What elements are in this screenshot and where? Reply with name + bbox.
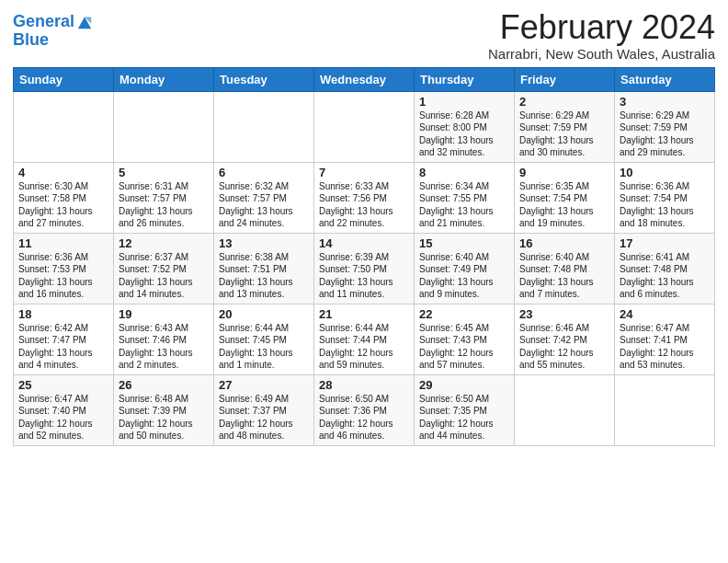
day-number: 12 bbox=[119, 236, 209, 250]
day-info: Sunrise: 6:40 AM Sunset: 7:48 PM Dayligh… bbox=[519, 251, 609, 301]
day-info: Sunrise: 6:38 AM Sunset: 7:51 PM Dayligh… bbox=[219, 251, 309, 301]
calendar-day-header: Sunday bbox=[14, 67, 114, 91]
calendar-cell bbox=[14, 91, 114, 162]
day-number: 28 bbox=[319, 378, 409, 392]
day-number: 25 bbox=[18, 378, 108, 392]
day-number: 7 bbox=[319, 166, 409, 179]
day-info: Sunrise: 6:50 AM Sunset: 7:35 PM Dayligh… bbox=[419, 393, 509, 442]
calendar-cell: 6Sunrise: 6:32 AM Sunset: 7:57 PM Daylig… bbox=[214, 162, 314, 233]
calendar-cell: 25Sunrise: 6:47 AM Sunset: 7:40 PM Dayli… bbox=[14, 374, 114, 445]
calendar-cell: 18Sunrise: 6:42 AM Sunset: 7:47 PM Dayli… bbox=[14, 304, 114, 374]
day-info: Sunrise: 6:35 AM Sunset: 7:54 PM Dayligh… bbox=[519, 180, 609, 230]
day-number: 19 bbox=[119, 307, 209, 321]
calendar-cell: 4Sunrise: 6:30 AM Sunset: 7:58 PM Daylig… bbox=[14, 162, 114, 233]
calendar-cell: 16Sunrise: 6:40 AM Sunset: 7:48 PM Dayli… bbox=[515, 233, 615, 304]
logo-text-blue: Blue bbox=[13, 31, 93, 50]
calendar-week-row: 11Sunrise: 6:36 AM Sunset: 7:53 PM Dayli… bbox=[14, 233, 715, 304]
calendar-cell bbox=[214, 91, 314, 162]
day-number: 16 bbox=[519, 236, 609, 250]
calendar-cell: 8Sunrise: 6:34 AM Sunset: 7:55 PM Daylig… bbox=[415, 162, 515, 233]
day-info: Sunrise: 6:31 AM Sunset: 7:57 PM Dayligh… bbox=[119, 180, 209, 230]
day-info: Sunrise: 6:46 AM Sunset: 7:42 PM Dayligh… bbox=[519, 322, 609, 372]
day-info: Sunrise: 6:41 AM Sunset: 7:48 PM Dayligh… bbox=[620, 251, 710, 301]
calendar-cell: 23Sunrise: 6:46 AM Sunset: 7:42 PM Dayli… bbox=[515, 304, 615, 374]
day-info: Sunrise: 6:29 AM Sunset: 7:59 PM Dayligh… bbox=[519, 109, 609, 159]
calendar-table: SundayMondayTuesdayWednesdayThursdayFrid… bbox=[13, 67, 715, 446]
day-number: 15 bbox=[419, 236, 509, 250]
calendar-day-header: Tuesday bbox=[214, 67, 314, 91]
calendar-cell bbox=[515, 374, 615, 445]
logo-text-general: General bbox=[13, 13, 74, 31]
day-info: Sunrise: 6:48 AM Sunset: 7:39 PM Dayligh… bbox=[119, 393, 209, 442]
day-info: Sunrise: 6:44 AM Sunset: 7:44 PM Dayligh… bbox=[319, 322, 409, 372]
day-info: Sunrise: 6:28 AM Sunset: 8:00 PM Dayligh… bbox=[419, 109, 509, 159]
day-number: 14 bbox=[319, 236, 409, 250]
calendar-cell bbox=[615, 374, 715, 445]
calendar-cell: 29Sunrise: 6:50 AM Sunset: 7:35 PM Dayli… bbox=[415, 374, 515, 445]
calendar-day-header: Wednesday bbox=[314, 67, 415, 91]
day-info: Sunrise: 6:49 AM Sunset: 7:37 PM Dayligh… bbox=[219, 393, 309, 442]
calendar-cell: 14Sunrise: 6:39 AM Sunset: 7:50 PM Dayli… bbox=[314, 233, 415, 304]
calendar-header-row: SundayMondayTuesdayWednesdayThursdayFrid… bbox=[14, 67, 715, 91]
calendar-day-header: Friday bbox=[515, 67, 615, 91]
day-number: 17 bbox=[620, 236, 710, 250]
day-number: 11 bbox=[18, 236, 108, 250]
day-number: 10 bbox=[620, 166, 710, 179]
day-info: Sunrise: 6:29 AM Sunset: 7:59 PM Dayligh… bbox=[620, 109, 710, 159]
day-info: Sunrise: 6:34 AM Sunset: 7:55 PM Dayligh… bbox=[419, 180, 509, 230]
calendar-cell bbox=[314, 91, 415, 162]
calendar-cell: 15Sunrise: 6:40 AM Sunset: 7:49 PM Dayli… bbox=[415, 233, 515, 304]
day-info: Sunrise: 6:37 AM Sunset: 7:52 PM Dayligh… bbox=[119, 251, 209, 301]
logo: General Blue bbox=[13, 13, 93, 50]
calendar-day-header: Monday bbox=[114, 67, 214, 91]
day-number: 21 bbox=[319, 307, 409, 321]
day-info: Sunrise: 6:44 AM Sunset: 7:45 PM Dayligh… bbox=[219, 322, 309, 372]
calendar-cell: 13Sunrise: 6:38 AM Sunset: 7:51 PM Dayli… bbox=[214, 233, 314, 304]
calendar-cell: 26Sunrise: 6:48 AM Sunset: 7:39 PM Dayli… bbox=[114, 374, 214, 445]
calendar-cell: 10Sunrise: 6:36 AM Sunset: 7:54 PM Dayli… bbox=[615, 162, 715, 233]
calendar-cell: 1Sunrise: 6:28 AM Sunset: 8:00 PM Daylig… bbox=[415, 91, 515, 162]
day-number: 27 bbox=[219, 378, 309, 392]
day-info: Sunrise: 6:32 AM Sunset: 7:57 PM Dayligh… bbox=[219, 180, 309, 230]
calendar-cell: 2Sunrise: 6:29 AM Sunset: 7:59 PM Daylig… bbox=[515, 91, 615, 162]
day-number: 3 bbox=[620, 95, 710, 109]
calendar-cell: 7Sunrise: 6:33 AM Sunset: 7:56 PM Daylig… bbox=[314, 162, 415, 233]
day-number: 24 bbox=[620, 307, 710, 321]
day-number: 26 bbox=[119, 378, 209, 392]
logo-icon bbox=[76, 14, 93, 30]
day-number: 18 bbox=[18, 307, 108, 321]
main-title: February 2024 bbox=[488, 9, 715, 46]
day-number: 8 bbox=[419, 166, 509, 179]
day-info: Sunrise: 6:47 AM Sunset: 7:40 PM Dayligh… bbox=[18, 393, 108, 442]
day-info: Sunrise: 6:40 AM Sunset: 7:49 PM Dayligh… bbox=[419, 251, 509, 301]
calendar-week-row: 4Sunrise: 6:30 AM Sunset: 7:58 PM Daylig… bbox=[14, 162, 715, 233]
calendar-cell: 27Sunrise: 6:49 AM Sunset: 7:37 PM Dayli… bbox=[214, 374, 314, 445]
calendar-cell: 19Sunrise: 6:43 AM Sunset: 7:46 PM Dayli… bbox=[114, 304, 214, 374]
day-info: Sunrise: 6:42 AM Sunset: 7:47 PM Dayligh… bbox=[18, 322, 108, 372]
calendar-cell bbox=[114, 91, 214, 162]
day-number: 13 bbox=[219, 236, 309, 250]
calendar-day-header: Saturday bbox=[615, 67, 715, 91]
day-info: Sunrise: 6:36 AM Sunset: 7:54 PM Dayligh… bbox=[620, 180, 710, 230]
day-number: 1 bbox=[419, 95, 509, 109]
day-number: 20 bbox=[219, 307, 309, 321]
calendar-cell: 12Sunrise: 6:37 AM Sunset: 7:52 PM Dayli… bbox=[114, 233, 214, 304]
title-block: February 2024 Narrabri, New South Wales,… bbox=[488, 9, 715, 62]
day-info: Sunrise: 6:47 AM Sunset: 7:41 PM Dayligh… bbox=[620, 322, 710, 372]
calendar-cell: 17Sunrise: 6:41 AM Sunset: 7:48 PM Dayli… bbox=[615, 233, 715, 304]
day-info: Sunrise: 6:43 AM Sunset: 7:46 PM Dayligh… bbox=[119, 322, 209, 372]
day-number: 5 bbox=[119, 166, 209, 179]
day-number: 23 bbox=[519, 307, 609, 321]
day-info: Sunrise: 6:50 AM Sunset: 7:36 PM Dayligh… bbox=[319, 393, 409, 442]
calendar-cell: 3Sunrise: 6:29 AM Sunset: 7:59 PM Daylig… bbox=[615, 91, 715, 162]
calendar-cell: 20Sunrise: 6:44 AM Sunset: 7:45 PM Dayli… bbox=[214, 304, 314, 374]
day-number: 22 bbox=[419, 307, 509, 321]
calendar-cell: 21Sunrise: 6:44 AM Sunset: 7:44 PM Dayli… bbox=[314, 304, 415, 374]
page: General Blue February 2024 Narrabri, New… bbox=[0, 0, 728, 454]
day-info: Sunrise: 6:30 AM Sunset: 7:58 PM Dayligh… bbox=[18, 180, 108, 230]
calendar-day-header: Thursday bbox=[415, 67, 515, 91]
day-number: 9 bbox=[519, 166, 609, 179]
subtitle: Narrabri, New South Wales, Australia bbox=[488, 46, 715, 62]
calendar-cell: 24Sunrise: 6:47 AM Sunset: 7:41 PM Dayli… bbox=[615, 304, 715, 374]
day-info: Sunrise: 6:45 AM Sunset: 7:43 PM Dayligh… bbox=[419, 322, 509, 372]
